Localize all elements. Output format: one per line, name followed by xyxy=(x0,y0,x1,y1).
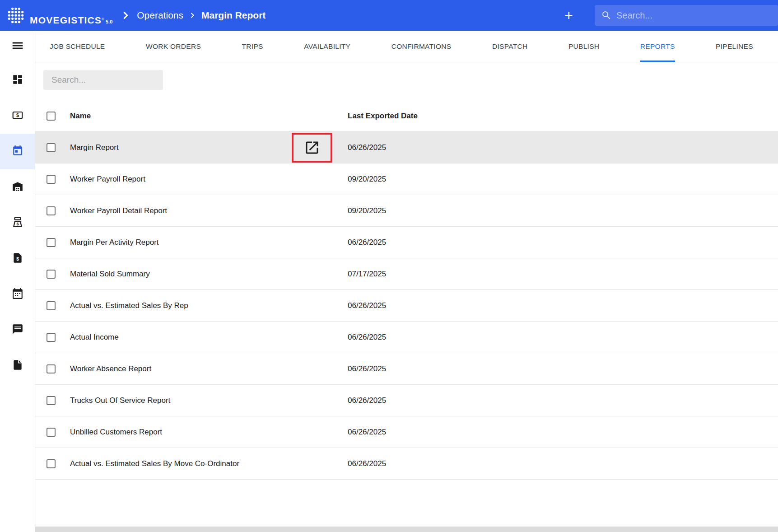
cash-register-icon: $ xyxy=(12,216,23,230)
report-table-body: Margin Report 06/26/2025 Worker Payroll … xyxy=(35,132,778,480)
row-checkbox[interactable] xyxy=(47,175,56,184)
tab-publish[interactable]: PUBLISH xyxy=(568,31,599,62)
table-row[interactable]: Trucks Out Of Service Report 06/26/2025 xyxy=(35,385,778,416)
tab-job-schedule[interactable]: JOB SCHEDULE xyxy=(50,31,105,62)
column-header-name: Name xyxy=(70,112,91,121)
movegistics-globe-icon xyxy=(6,6,25,25)
row-checkbox[interactable] xyxy=(47,238,56,247)
sidebar: $ $ $ xyxy=(0,31,35,532)
row-checkbox[interactable] xyxy=(47,428,56,437)
sidebar-item-messages[interactable] xyxy=(0,312,35,348)
sidebar-menu-toggle[interactable] xyxy=(0,31,35,62)
row-checkbox[interactable] xyxy=(47,364,56,373)
add-button[interactable]: + xyxy=(564,8,573,23)
svg-text:$: $ xyxy=(16,112,19,117)
main-content: JOB SCHEDULEWORK ORDERSTRIPSAVAILABILITY… xyxy=(35,31,778,532)
row-checkbox[interactable] xyxy=(47,396,56,405)
table-row[interactable]: Margin Report 06/26/2025 xyxy=(35,132,778,163)
warehouse-icon xyxy=(12,181,23,194)
calendar-range-icon xyxy=(12,288,23,301)
row-name: Actual vs. Estimated Sales By Move Co-Or… xyxy=(70,459,239,468)
calendar-icon xyxy=(12,145,23,159)
tab-trips[interactable]: TRIPS xyxy=(242,31,263,62)
document-icon xyxy=(12,359,23,373)
table-row[interactable]: Worker Absence Report 06/26/2025 xyxy=(35,353,778,385)
table-row[interactable]: Actual vs. Estimated Sales By Move Co-Or… xyxy=(35,448,778,480)
row-date: 09/20/2025 xyxy=(348,175,386,184)
tab-dispatch[interactable]: DISPATCH xyxy=(492,31,527,62)
table-row[interactable]: Worker Payroll Detail Report 09/20/2025 xyxy=(35,195,778,227)
chevron-right-icon xyxy=(189,12,196,19)
export-annotation xyxy=(292,133,332,163)
row-checkbox[interactable] xyxy=(47,333,56,342)
dashboard-icon xyxy=(12,74,23,87)
search-icon xyxy=(601,10,612,21)
table-header: Name Last Exported Date xyxy=(35,100,778,132)
global-search-input[interactable] xyxy=(616,10,772,21)
tab-reports[interactable]: REPORTS xyxy=(640,31,675,62)
row-date: 06/26/2025 xyxy=(348,143,386,152)
breadcrumb-root-chevron-icon xyxy=(121,10,130,20)
table-row[interactable]: Actual Income 06/26/2025 xyxy=(35,322,778,353)
row-name: Unbilled Customers Report xyxy=(70,428,162,437)
row-name: Material Sold Summary xyxy=(70,270,150,279)
tab-bar: JOB SCHEDULEWORK ORDERSTRIPSAVAILABILITY… xyxy=(35,31,778,62)
invoice-icon: $ xyxy=(12,252,23,266)
row-date: 06/26/2025 xyxy=(348,396,386,405)
row-name: Trucks Out Of Service Report xyxy=(70,396,170,405)
global-search[interactable] xyxy=(595,5,778,26)
row-checkbox[interactable] xyxy=(47,143,56,152)
sidebar-item-operations[interactable] xyxy=(0,134,35,169)
row-checkbox[interactable] xyxy=(47,459,56,468)
report-search[interactable] xyxy=(43,70,163,90)
select-all-checkbox[interactable] xyxy=(47,112,56,121)
breadcrumb-margin-report: Margin Report xyxy=(201,10,266,21)
row-date: 06/26/2025 xyxy=(348,301,386,310)
tab-confirmations[interactable]: CONFIRMATIONS xyxy=(391,31,452,62)
sidebar-item-dashboard[interactable] xyxy=(0,62,35,98)
row-date: 07/17/2025 xyxy=(348,270,386,279)
sidebar-item-invoices[interactable]: $ xyxy=(0,241,35,276)
row-name: Worker Absence Report xyxy=(70,364,151,373)
row-name: Margin Report xyxy=(70,143,119,152)
column-header-last-exported-date: Last Exported Date xyxy=(348,112,418,121)
movegistics-logo[interactable]: MOVEGISTICS® 5.0 xyxy=(6,6,112,25)
sidebar-item-documents[interactable] xyxy=(0,348,35,383)
report-search-input[interactable] xyxy=(51,75,162,85)
menu-icon xyxy=(11,39,24,54)
row-date: 06/26/2025 xyxy=(348,364,386,373)
row-name: Worker Payroll Detail Report xyxy=(70,206,167,215)
sidebar-item-sales[interactable]: $ xyxy=(0,98,35,134)
horizontal-scrollbar[interactable] xyxy=(35,527,778,532)
open-in-new-icon[interactable] xyxy=(304,140,320,156)
row-date: 09/20/2025 xyxy=(348,206,386,215)
row-name: Worker Payroll Report xyxy=(70,175,145,184)
tab-availability[interactable]: AVAILABILITY xyxy=(304,31,350,62)
sidebar-item-storage[interactable] xyxy=(0,169,35,205)
sidebar-item-calendar[interactable] xyxy=(0,276,35,312)
row-name: Actual vs. Estimated Sales By Rep xyxy=(70,301,188,310)
table-row[interactable]: Material Sold Summary 07/17/2025 xyxy=(35,258,778,290)
app-window: MOVEGISTICS® 5.0 Operations Margin Repor… xyxy=(0,0,778,532)
sidebar-item-billing[interactable]: $ xyxy=(0,205,35,241)
row-date: 06/26/2025 xyxy=(348,459,386,468)
table-row[interactable]: Unbilled Customers Report 06/26/2025 xyxy=(35,416,778,448)
row-checkbox[interactable] xyxy=(47,270,56,279)
row-date: 06/26/2025 xyxy=(348,238,386,247)
tab-work-orders[interactable]: WORK ORDERS xyxy=(146,31,201,62)
table-row[interactable]: Margin Per Activity Report 06/26/2025 xyxy=(35,227,778,258)
row-checkbox[interactable] xyxy=(47,301,56,310)
top-bar: MOVEGISTICS® 5.0 Operations Margin Repor… xyxy=(0,0,778,31)
chat-icon xyxy=(12,323,23,337)
tab-pipelines[interactable]: PIPELINES xyxy=(716,31,753,62)
annotation-red-box xyxy=(292,133,332,163)
registered-mark: ® xyxy=(102,17,104,21)
table-row[interactable]: Actual vs. Estimated Sales By Rep 06/26/… xyxy=(35,290,778,322)
banknote-icon: $ xyxy=(12,109,23,123)
row-date: 06/26/2025 xyxy=(348,428,386,437)
brand-name: MOVEGISTICS xyxy=(30,15,102,25)
table-row[interactable]: Worker Payroll Report 09/20/2025 xyxy=(35,163,778,195)
row-checkbox[interactable] xyxy=(47,206,56,215)
breadcrumb-operations[interactable]: Operations xyxy=(137,10,183,21)
svg-text:$: $ xyxy=(16,256,19,261)
